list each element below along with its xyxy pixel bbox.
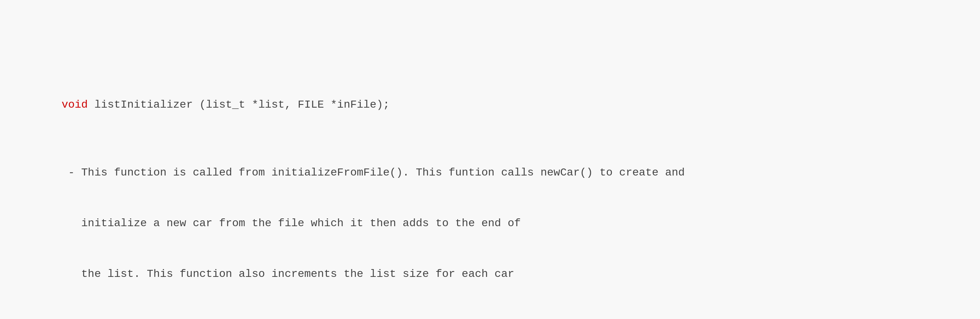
desc-line-1-3: the list. This function also increments … <box>16 266 964 282</box>
desc-line-1-2: initialize a new car from the file which… <box>16 215 964 232</box>
signature-line-1: void listInitializer (list_t *list, FILE… <box>16 80 964 130</box>
keyword-void-1: void <box>55 99 88 111</box>
signature-rest-1: listInitializer (list_t *list, FILE *inF… <box>88 99 390 111</box>
code-block: void listInitializer (list_t *list, FILE… <box>16 12 964 319</box>
section-list-initializer: void listInitializer (list_t *list, FILE… <box>16 46 964 319</box>
desc-line-1-4: added. <box>16 316 964 319</box>
desc-line-1-1: - This function is called from initializ… <box>16 164 964 181</box>
